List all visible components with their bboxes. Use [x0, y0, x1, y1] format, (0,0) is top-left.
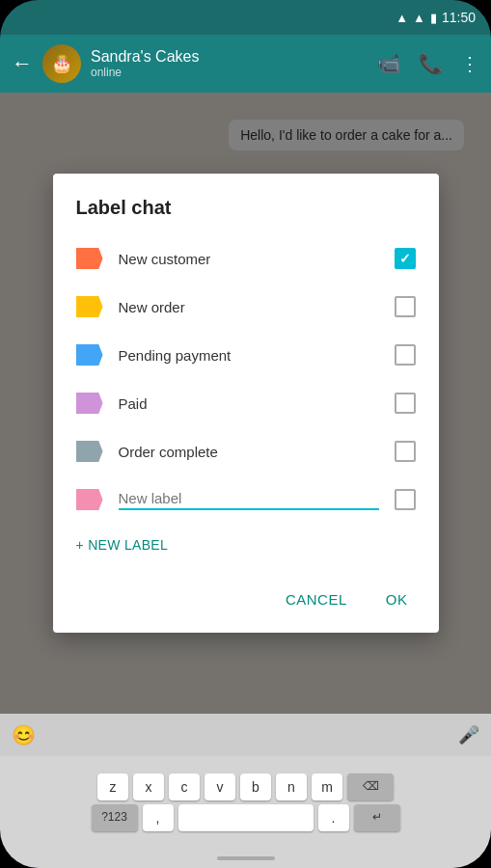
app-header: ← 🎂 Sandra's Cakes online 📹 📞 ⋮ — [0, 35, 491, 93]
checkbox-new-order[interactable] — [395, 296, 416, 317]
chat-background: Hello, I'd like to order a cake for a...… — [0, 93, 491, 714]
keyboard-area: 😊 🎤 z x c v b n m ⌫ ?123 , . ↵ — [0, 714, 491, 849]
signal-icon: ▲ — [413, 11, 425, 25]
key-period[interactable]: . — [318, 804, 349, 831]
contact-info: Sandra's Cakes online — [91, 48, 368, 79]
ok-button[interactable]: OK — [370, 582, 423, 617]
key-row-2: ?123 , . ↵ — [6, 804, 485, 831]
key-row-1: z x c v b n m ⌫ — [6, 773, 485, 800]
contact-status: online — [91, 66, 368, 79]
checkbox-paid[interactable] — [395, 393, 416, 414]
dialog-actions: CANCEL OK — [53, 574, 439, 633]
label-text-order-complete: Order complete — [119, 444, 379, 460]
label-text-new-order: New order — [119, 299, 379, 315]
status-time: 11:50 — [442, 10, 476, 25]
label-tag-pending-payment — [76, 344, 103, 366]
key-y[interactable]: n — [276, 773, 307, 800]
key-special[interactable]: ?123 — [92, 804, 138, 831]
home-indicator — [0, 849, 491, 868]
checkbox-new-label[interactable] — [395, 489, 416, 510]
new-label-button[interactable]: + NEW LABEL — [53, 524, 439, 566]
new-label-input[interactable] — [119, 490, 379, 510]
label-tag-order-complete — [76, 441, 103, 462]
key-enter[interactable]: ↵ — [354, 804, 400, 831]
keyboard-rows: z x c v b n m ⌫ ?123 , . ↵ — [0, 756, 491, 849]
contact-avatar: 🎂 — [42, 44, 81, 83]
key-q[interactable]: z — [97, 773, 128, 800]
more-options-icon[interactable]: ⋮ — [460, 52, 479, 75]
dialog-title: Label chat — [53, 197, 439, 234]
battery-icon: ▮ — [430, 11, 437, 25]
label-list: New customer New order Pending payment — [53, 234, 439, 524]
key-e[interactable]: c — [169, 773, 200, 800]
back-button[interactable]: ← — [12, 51, 33, 76]
key-space[interactable] — [178, 804, 314, 831]
key-w[interactable]: x — [133, 773, 164, 800]
checkbox-pending-payment[interactable] — [395, 344, 416, 366]
label-text-pending-payment: Pending payment — [119, 347, 379, 364]
key-r[interactable]: v — [205, 773, 235, 800]
wifi-icon: ▲ — [396, 11, 408, 25]
key-t[interactable]: b — [240, 773, 271, 800]
key-u[interactable]: m — [312, 773, 342, 800]
keyboard-mic-icon[interactable]: 🎤 — [458, 724, 479, 746]
label-text-paid: Paid — [119, 395, 379, 412]
contact-name: Sandra's Cakes — [91, 48, 368, 66]
home-bar — [217, 856, 275, 860]
label-tag-new-customer — [76, 248, 103, 269]
dialog-overlay: Label chat New customer New order — [0, 93, 491, 714]
list-item-new-label[interactable] — [53, 475, 439, 524]
keyboard-emoji-icon[interactable]: 😊 — [12, 723, 36, 746]
checkbox-new-customer[interactable] — [395, 248, 416, 269]
avatar-image: 🎂 — [42, 44, 81, 83]
phone-call-icon[interactable]: 📞 — [419, 52, 443, 75]
status-bar: ▲ ▲ ▮ 11:50 — [0, 0, 491, 35]
key-comma[interactable]: , — [143, 804, 174, 831]
label-tag-new-label — [76, 489, 103, 510]
header-icons: 📹 📞 ⋮ — [377, 52, 479, 75]
keyboard-toolbar: 😊 🎤 — [0, 714, 491, 756]
label-tag-paid — [76, 393, 103, 414]
label-chat-dialog: Label chat New customer New order — [53, 174, 439, 633]
video-call-icon[interactable]: 📹 — [377, 52, 401, 75]
label-tag-new-order — [76, 296, 103, 317]
checkbox-order-complete[interactable] — [395, 441, 416, 462]
list-item[interactable]: Paid — [53, 379, 439, 427]
list-item[interactable]: Order complete — [53, 427, 439, 475]
phone-frame: ▲ ▲ ▮ 11:50 ← 🎂 Sandra's Cakes online 📹 … — [0, 0, 491, 868]
label-text-new-customer: New customer — [119, 251, 379, 267]
status-icons: ▲ ▲ ▮ 11:50 — [396, 10, 476, 25]
list-item[interactable]: New customer — [53, 234, 439, 283]
list-item[interactable]: Pending payment — [53, 331, 439, 379]
cancel-button[interactable]: CANCEL — [270, 582, 363, 617]
key-backspace[interactable]: ⌫ — [347, 773, 394, 800]
list-item[interactable]: New order — [53, 283, 439, 331]
